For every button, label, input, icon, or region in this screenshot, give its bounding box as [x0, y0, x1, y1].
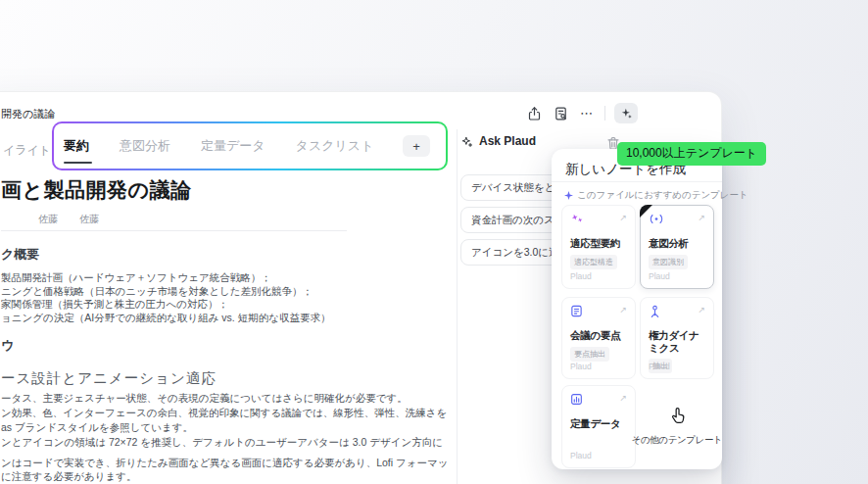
- card-title: 権力ダイナミクス: [649, 329, 705, 354]
- more-glyph: ⋯: [580, 106, 594, 121]
- window-title: 開発の議論: [1, 107, 55, 121]
- ai-tabs-container: 要約 意図分析 定量データ タスクリスト +: [52, 121, 448, 170]
- card-tag: 適応型構造: [570, 255, 617, 269]
- card-icon-row: ↗: [649, 305, 705, 318]
- add-tab-button[interactable]: +: [403, 135, 430, 157]
- recommended-label: このファイルにおすすめのテンプレート: [577, 189, 748, 202]
- window-toolbar: ⋯: [525, 103, 638, 123]
- card-brand: Plaud: [570, 362, 592, 371]
- paragraph-line: ン効果、色、インターフェースの余白、視覚的印象に関する議論では、線形性、弾性、洗…: [1, 406, 447, 420]
- more-templates-card[interactable]: その他のテンプレート: [640, 385, 714, 468]
- implementation-paragraph: ンはコードで実装でき、折りたたみ画面など異なる画面に適応する必要があり、Lofi…: [1, 457, 449, 484]
- card-brand: Plaud: [649, 362, 670, 371]
- card-title: 定量データ: [570, 417, 627, 430]
- document-list-icon: [570, 305, 583, 317]
- expand-icon[interactable]: ↗: [698, 305, 705, 315]
- note-export-icon[interactable]: [552, 105, 569, 122]
- speaker-list: 佐藤 佐藤: [38, 213, 99, 226]
- hand-cursor-icon: [668, 407, 687, 425]
- panel-divider: [552, 181, 722, 182]
- template-card-meeting-points[interactable]: ↗ 会議の要点 要点抽出 Plaud: [561, 297, 636, 379]
- paragraph-line: as ブランドスタイルを参照しています。: [1, 420, 447, 435]
- template-card-adaptive-summary[interactable]: ↗ 適応型要約 適応型構造 Plaud: [561, 205, 636, 289]
- desktop-background: 開発の議論 ⋯ イライト 要約 意図分析 定量データ: [0, 0, 868, 484]
- ask-plaud-label: Ask Plaud: [479, 134, 536, 148]
- expand-icon[interactable]: ↗: [619, 213, 627, 222]
- sparkle-icon: [564, 191, 573, 200]
- card-title: 適応型要約: [570, 237, 627, 250]
- template-card-power-dynamics[interactable]: ↗ 権力ダイナミクス 抽出 Plaud: [640, 297, 714, 379]
- ask-plaud-header: Ask Plaud: [460, 134, 536, 148]
- template-card-quantitative-data[interactable]: ↗ 定量データ Plaud: [561, 385, 636, 468]
- tab-highlight-partial[interactable]: イライト: [3, 142, 51, 159]
- ai-assistant-button[interactable]: [614, 103, 638, 123]
- card-icon-row: ↗: [570, 305, 627, 318]
- sidebar-divider: [457, 129, 458, 484]
- templates-count-badge: 10,000以上テンプレート: [617, 142, 766, 166]
- active-tab-underline: [64, 162, 92, 165]
- speaker-name[interactable]: 佐藤: [38, 213, 58, 226]
- speaker-name[interactable]: 佐藤: [79, 213, 99, 226]
- share-icon[interactable]: [525, 105, 543, 122]
- plus-icon: +: [412, 139, 420, 154]
- paragraph-line: に注意する必要があります。: [1, 470, 449, 484]
- expand-icon[interactable]: ↗: [698, 213, 705, 222]
- topic-item: ニングと価格戦略（日本のニッチ市場を対象とした差別化競争）；: [1, 285, 330, 299]
- person-icon: [649, 305, 661, 318]
- card-title: 意図分析: [649, 237, 705, 250]
- topic-list: 製品開発計画（ハードウェア＋ソフトウェア統合戦略）； ニングと価格戦略（日本のニ…: [1, 271, 330, 324]
- topic-item: ョニングの決定（AI分野での継続的な取り組み vs. 短期的な収益要求）: [1, 312, 330, 325]
- expand-icon[interactable]: ↗: [619, 305, 627, 315]
- toolbar-divider: [604, 106, 605, 121]
- expand-icon[interactable]: ↗: [619, 393, 627, 403]
- design-paragraph: ータス、主要ジェスチャー状態、その表現の定義についてはさらに明確化が必要です。 …: [1, 391, 447, 450]
- template-card-intent-analysis[interactable]: ↗ 意図分析 意図識別 Plaud: [640, 205, 714, 289]
- card-icon-row: ↗: [649, 213, 705, 226]
- topic-item: 家関係管理（損失予測と株主の圧力への対応）；: [1, 298, 330, 312]
- more-options-icon[interactable]: ⋯: [578, 105, 596, 122]
- broadcast-icon: [649, 213, 664, 225]
- card-icon-row: ↗: [570, 393, 627, 407]
- section-heading-topics: ク概要: [1, 246, 39, 264]
- card-tag: 要点抽出: [570, 347, 609, 362]
- card-tag: 意図識別: [649, 255, 688, 269]
- section-heading-fragment: ウ: [1, 337, 14, 355]
- bar-chart-icon: [570, 393, 583, 406]
- more-templates-label: その他のテンプレート: [632, 434, 723, 447]
- paragraph-line: ータス、主要ジェスチャー状態、その表現の定義についてはさらに明確化が必要です。: [1, 391, 447, 406]
- paragraph-line: ンとアイコンの領域は 72×72 を推奨し、デフォルトのユーザーアバターは 3.…: [1, 435, 447, 450]
- card-brand: Plaud: [570, 451, 592, 460]
- card-brand: Plaud: [570, 271, 592, 281]
- paragraph-line: ンはコードで実装でき、折りたたみ画面など異なる画面に適応する必要があり、Lofi…: [1, 457, 449, 470]
- section-heading-design: ース設計とアニメーション適応: [1, 369, 217, 388]
- speaker-divider: [1, 230, 347, 231]
- ask-plaud-sparkle-icon: [460, 135, 473, 148]
- tab-summary[interactable]: 要約: [64, 137, 89, 155]
- sparkles-icon: [570, 213, 584, 225]
- note-heading: 画と製品開発の議論: [1, 176, 191, 204]
- tab-quantitative-data[interactable]: 定量データ: [201, 137, 265, 155]
- recommended-subtitle: このファイルにおすすめのテンプレート: [564, 189, 748, 202]
- tab-intent-analysis[interactable]: 意図分析: [120, 137, 170, 155]
- card-brand: Plaud: [649, 271, 670, 281]
- template-picker-panel: 新しいノートを作成 このファイルにおすすめのテンプレート ↗ 適応型要約 適応型…: [552, 149, 722, 469]
- card-title: 会議の要点: [570, 329, 627, 342]
- topic-item: 製品開発計画（ハードウェア＋ソフトウェア統合戦略）；: [1, 271, 330, 285]
- tab-task-list[interactable]: タスクリスト: [296, 137, 374, 155]
- card-icon-row: ↗: [570, 213, 627, 226]
